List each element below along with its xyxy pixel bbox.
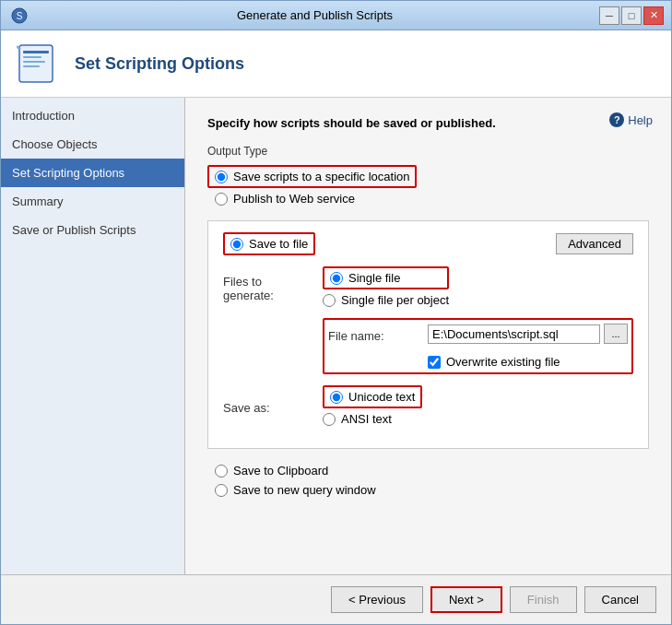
- close-button[interactable]: ✕: [643, 6, 664, 25]
- publish-web-label[interactable]: Publish to Web service: [233, 192, 355, 206]
- save-query-window-option[interactable]: Save to new query window: [215, 483, 649, 497]
- single-file-label[interactable]: Single file: [348, 271, 400, 285]
- unicode-text-label[interactable]: Unicode text: [348, 390, 415, 404]
- sidebar-item-summary[interactable]: Summary: [1, 187, 184, 216]
- output-type-section: Output Type Save scripts to a specific l…: [207, 145, 649, 206]
- save-as-label: Save as:: [223, 401, 315, 415]
- advanced-button[interactable]: Advanced: [556, 233, 633, 254]
- minimize-button[interactable]: ─: [599, 6, 619, 25]
- single-file-radio[interactable]: [330, 272, 343, 285]
- save-other-section: Save to Clipboard Save to new query wind…: [207, 464, 649, 497]
- single-file-per-object-radio[interactable]: [323, 294, 336, 307]
- app-icon: S: [11, 7, 28, 24]
- single-file-option[interactable]: Single file: [323, 266, 449, 289]
- footer: < Previous Next > Finish Cancel: [1, 574, 671, 624]
- page-header: Set Scripting Options: [1, 30, 671, 98]
- save-to-file-radio[interactable]: [230, 238, 243, 251]
- ansi-text-option[interactable]: ANSI text: [323, 412, 422, 426]
- main-window: S Generate and Publish Scripts ─ □ ✕ Set…: [0, 0, 672, 625]
- save-to-file-section: Save to file Advanced Files to generate:…: [207, 220, 649, 449]
- window-title: Generate and Publish Scripts: [30, 8, 599, 22]
- publish-web-radio[interactable]: [215, 193, 228, 206]
- save-as-section: Save as: Unicode text ANSI text: [223, 385, 633, 430]
- sidebar-item-choose-objects[interactable]: Choose Objects: [1, 130, 184, 159]
- ansi-text-radio[interactable]: [323, 413, 336, 426]
- next-button[interactable]: Next >: [430, 586, 502, 613]
- save-clipboard-label[interactable]: Save to Clipboard: [233, 464, 328, 478]
- sidebar-item-save-or-publish[interactable]: Save or Publish Scripts: [1, 216, 184, 244]
- files-to-generate-row: Files to generate: Single file Single fi…: [223, 266, 633, 311]
- save-to-file-option[interactable]: Save to file: [223, 232, 315, 255]
- svg-rect-4: [23, 56, 41, 58]
- cancel-button[interactable]: Cancel: [584, 586, 656, 613]
- single-file-per-object-option[interactable]: Single file per object: [323, 293, 449, 307]
- svg-rect-6: [23, 65, 40, 67]
- file-name-label: File name:: [328, 329, 420, 343]
- overwrite-label[interactable]: Overwrite existing file: [446, 355, 560, 369]
- single-file-per-object-label[interactable]: Single file per object: [341, 293, 449, 307]
- unicode-text-radio[interactable]: [330, 391, 343, 404]
- title-bar: S Generate and Publish Scripts ─ □ ✕: [1, 1, 671, 30]
- file-name-box: File name: ... Overwrite existing file: [323, 318, 633, 374]
- browse-button[interactable]: ...: [604, 324, 628, 344]
- unicode-text-option[interactable]: Unicode text: [323, 385, 422, 408]
- save-as-row: Save as: Unicode text ANSI text: [223, 385, 633, 430]
- save-to-file-label[interactable]: Save to file: [249, 237, 308, 251]
- overwrite-row[interactable]: Overwrite existing file: [428, 355, 628, 369]
- files-to-generate-options: Single file Single file per object: [323, 266, 449, 311]
- sidebar-item-set-scripting-options[interactable]: Set Scripting Options: [1, 159, 184, 187]
- output-type-label: Output Type: [207, 145, 649, 158]
- save-clipboard-radio[interactable]: [215, 465, 228, 478]
- main-content: ? Help Specify how scripts should be sav…: [185, 98, 671, 574]
- file-name-row: File name: ...: [328, 324, 628, 348]
- page-description: Specify how scripts should be saved or p…: [207, 116, 649, 130]
- save-to-file-header: Save to file Advanced: [223, 232, 633, 255]
- ansi-text-label[interactable]: ANSI text: [341, 412, 392, 426]
- body: Introduction Choose Objects Set Scriptin…: [1, 98, 671, 574]
- svg-rect-5: [23, 61, 45, 63]
- window-controls: ─ □ ✕: [599, 6, 664, 25]
- svg-text:S: S: [17, 11, 23, 21]
- maximize-button[interactable]: □: [621, 6, 642, 25]
- save-query-window-label[interactable]: Save to new query window: [233, 483, 376, 497]
- save-clipboard-option[interactable]: Save to Clipboard: [215, 464, 649, 478]
- sidebar: Introduction Choose Objects Set Scriptin…: [1, 98, 185, 574]
- page-title: Set Scripting Options: [75, 54, 244, 74]
- sidebar-item-introduction[interactable]: Introduction: [1, 101, 184, 130]
- save-as-options: Unicode text ANSI text: [323, 385, 422, 430]
- header-icon: [16, 41, 60, 86]
- file-name-input[interactable]: [428, 324, 600, 344]
- save-query-window-radio[interactable]: [215, 484, 228, 497]
- files-to-generate-label: Files to generate:: [223, 275, 315, 302]
- save-scripts-radio[interactable]: [215, 171, 228, 183]
- help-icon: ?: [609, 112, 624, 127]
- finish-button[interactable]: Finish: [510, 586, 577, 613]
- save-scripts-label[interactable]: Save scripts to a specific location: [233, 170, 409, 183]
- overwrite-checkbox[interactable]: [428, 356, 441, 369]
- save-scripts-option[interactable]: Save scripts to a specific location: [207, 165, 417, 188]
- svg-rect-3: [23, 51, 49, 53]
- help-link[interactable]: ? Help: [609, 112, 653, 127]
- prev-button[interactable]: < Previous: [331, 586, 423, 613]
